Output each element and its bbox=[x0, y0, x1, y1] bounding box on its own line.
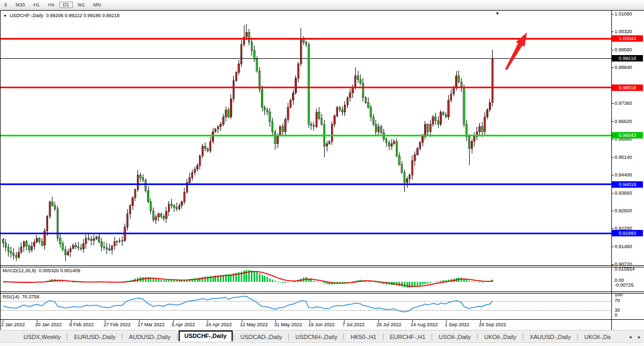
price-axis-label: 0.98840 bbox=[615, 65, 632, 70]
price-axis-tick bbox=[611, 175, 614, 175]
panel-separator bbox=[0, 293, 644, 294]
tab-ukoil-da[interactable]: UKOil-,Da bbox=[579, 333, 616, 341]
date-axis-label: 1 Sep 2022 bbox=[444, 322, 469, 327]
tab-hk50-h1[interactable]: HK50-,H1 bbox=[345, 333, 381, 341]
macd-values: 0.005326 0.001409 bbox=[39, 268, 81, 273]
price-axis-tick bbox=[611, 121, 614, 122]
macd-name: MACD(12,26,9) bbox=[3, 268, 36, 273]
price-axis-label: 0.95140 bbox=[615, 155, 632, 160]
tab-scroll-right-button[interactable]: ▸ bbox=[638, 334, 641, 340]
date-axis-label: 20 Sep 2022 bbox=[479, 322, 506, 327]
date-axis-label: 20 Jan 2022 bbox=[35, 322, 62, 327]
tab-divider bbox=[577, 334, 578, 340]
tab-scroll-left-button[interactable]: ◂ bbox=[629, 334, 632, 340]
price-axis-tick bbox=[611, 14, 614, 14]
panel-separator bbox=[0, 267, 644, 267]
tab-divider bbox=[234, 334, 234, 340]
panel-separator bbox=[0, 319, 644, 320]
rsi-axis-label: 70 bbox=[615, 298, 620, 303]
date-axis-label: 26 Jul 2022 bbox=[377, 322, 402, 327]
tab-usdcnh-daily[interactable]: USDCNH-,Daily bbox=[290, 333, 342, 341]
tab-divider bbox=[177, 334, 178, 340]
price-axis-label: 0.93660 bbox=[615, 190, 632, 196]
rsi-label: RSI(14) 70.3758 bbox=[3, 294, 40, 299]
date-axis-label: 19 Jun 2022 bbox=[308, 322, 335, 327]
level-price-badge: 0.98019 bbox=[612, 84, 643, 91]
price-axis-tick bbox=[611, 247, 614, 247]
rsi-name: RSI(14) bbox=[3, 294, 19, 299]
tab-eurchf-h1[interactable]: EURCHF-,H1 bbox=[385, 333, 431, 341]
symbol-tab-bar: USDX,WeeklyEURUSD-,DailyAUDUSD-,DailyUSD… bbox=[0, 331, 644, 343]
price-axis-label: 0.99580 bbox=[615, 47, 632, 52]
tab-ukoil-daily[interactable]: UKOil-,Daily bbox=[479, 333, 522, 341]
price-axis-label: 1.00320 bbox=[615, 29, 632, 34]
tab-divider bbox=[67, 334, 67, 340]
rsi-axis-label: 100 bbox=[615, 292, 623, 297]
tab-divider bbox=[432, 334, 432, 340]
panel-separator bbox=[0, 291, 644, 292]
price-axis-label: 1.01060 bbox=[615, 11, 632, 17]
tab-xauusd-daily[interactable]: XAUUSD-,Daily bbox=[524, 333, 576, 341]
price-axis-tick bbox=[611, 264, 614, 265]
chart-symbol-label: USDCHF-,Daily bbox=[10, 13, 43, 18]
macd-axis-label: 0.015654 bbox=[615, 266, 635, 272]
mt4-terminal: { "toolbar": {"timeframes": ["5", "M30",… bbox=[0, 0, 644, 346]
price-axis-label: 0.92920 bbox=[615, 208, 632, 213]
chart-top-border bbox=[0, 10, 644, 11]
price-axis-label: 0.91460 bbox=[615, 244, 632, 249]
tab-audusd-daily[interactable]: AUDUSD-,Daily bbox=[124, 333, 176, 341]
price-axis-tick bbox=[611, 32, 614, 32]
price-axis-tick bbox=[611, 228, 614, 229]
date-axis-label: 5 Apr 2022 bbox=[172, 322, 195, 327]
price-axis-label: 0.97360 bbox=[615, 101, 632, 106]
price-axis-tick bbox=[611, 50, 614, 50]
tab-eurusd-daily[interactable]: EURUSD-,Daily bbox=[68, 333, 121, 341]
price-chart-canvas[interactable] bbox=[0, 0, 644, 346]
tab-usdx-weekly[interactable]: USDX,Weekly bbox=[18, 333, 66, 341]
level-price-badge: 0.96043 bbox=[612, 132, 643, 139]
chart-quote-values: 0.99206 0.99222 0.99186 0.99218 bbox=[46, 13, 120, 18]
date-axis-border bbox=[0, 330, 644, 330]
tab-usdcad-daily[interactable]: USDCAD-,Daily bbox=[235, 333, 288, 341]
date-axis-label: 12 May 2022 bbox=[240, 322, 268, 327]
tab-divider bbox=[288, 334, 289, 340]
rsi-value: 70.3758 bbox=[22, 294, 40, 299]
date-axis-label: 17 Mar 2022 bbox=[137, 322, 165, 327]
chart-title: ▼ USDCHF-,Daily 0.99206 0.99222 0.99186 … bbox=[3, 13, 120, 18]
trend-arrow-annotation bbox=[502, 30, 531, 72]
date-axis-label: 7 Jul 2022 bbox=[342, 322, 365, 327]
current-price-badge: 0.99218 bbox=[612, 55, 643, 61]
macd-axis-label: -0.00725 bbox=[615, 282, 634, 288]
date-axis-label: 24 Apr 2022 bbox=[206, 322, 232, 327]
price-axis-label: 0.94400 bbox=[615, 172, 632, 178]
rsi-axis-label: 0 bbox=[615, 312, 617, 318]
tab-divider bbox=[523, 334, 523, 340]
date-axis-label: 31 May 2022 bbox=[274, 322, 302, 327]
price-axis-tick bbox=[611, 67, 614, 68]
chart-shift-marker-icon: ▼ bbox=[495, 11, 500, 16]
collapse-chart-icon[interactable]: ▼ bbox=[3, 14, 7, 18]
level-price-badge: 0.94018 bbox=[612, 181, 643, 188]
tab-divider bbox=[383, 334, 384, 340]
price-axis-tick bbox=[611, 103, 614, 104]
level-price-badge: 1.00043 bbox=[612, 35, 643, 42]
tab-divider bbox=[343, 334, 344, 340]
level-price-badge: 0.91993 bbox=[612, 230, 643, 236]
date-axis-label: 27 Feb 2022 bbox=[103, 322, 131, 327]
tab-divider bbox=[477, 334, 478, 340]
panel-separator bbox=[0, 265, 644, 266]
chart-left-border bbox=[0, 10, 1, 330]
price-axis-tick bbox=[611, 157, 614, 158]
price-axis-tick bbox=[611, 139, 614, 140]
tab-usoil-daily[interactable]: USOil-,Daily bbox=[433, 333, 476, 341]
date-axis-label: 2 Jan 2022 bbox=[1, 322, 25, 327]
macd-label: MACD(12,26,9) 0.005326 0.001409 bbox=[3, 268, 80, 273]
price-axis-tick bbox=[611, 193, 614, 194]
price-axis-label: 0.96620 bbox=[615, 119, 632, 124]
date-axis-label: 8 Feb 2022 bbox=[70, 322, 94, 327]
tab-usdchf-daily[interactable]: USDCHF-,Daily bbox=[179, 330, 233, 341]
price-axis-tick bbox=[611, 211, 614, 211]
bottom-strip bbox=[0, 343, 644, 346]
tab-divider bbox=[122, 334, 122, 340]
date-axis-label: 14 Aug 2022 bbox=[411, 322, 438, 327]
